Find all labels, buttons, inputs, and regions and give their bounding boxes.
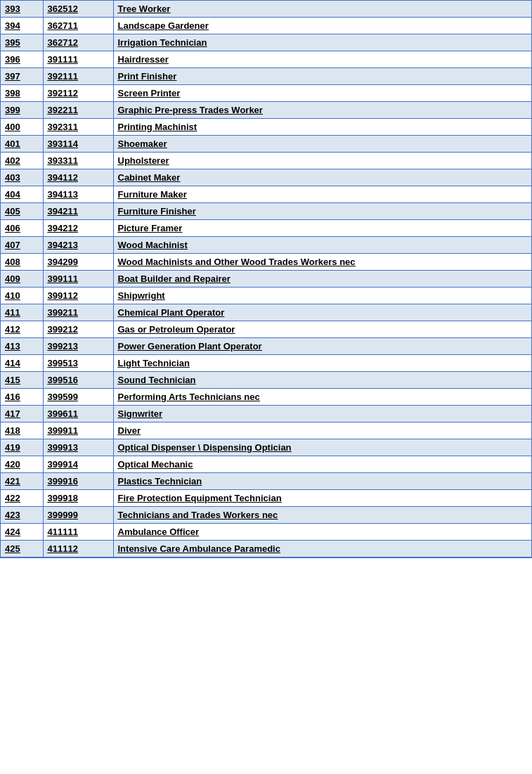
occupation-code[interactable]: 399212 [43,321,113,338]
occupation-title[interactable]: Hairdresser [113,51,531,68]
occupation-code[interactable]: 362712 [43,34,113,51]
row-number[interactable]: 397 [1,68,43,85]
occupation-code[interactable]: 399914 [43,456,113,473]
occupation-code[interactable]: 393311 [43,153,113,169]
occupation-title[interactable]: Tree Worker [113,1,531,18]
row-number[interactable]: 393 [1,1,43,18]
occupation-title[interactable]: Irrigation Technician [113,34,531,51]
row-number[interactable]: 401 [1,136,43,153]
row-number[interactable]: 407 [1,237,43,254]
occupation-title[interactable]: Boat Builder and Repairer [113,271,531,288]
occupation-title[interactable]: Screen Printer [113,85,531,102]
row-number[interactable]: 420 [1,456,43,473]
occupation-code[interactable]: 399213 [43,338,113,355]
occupation-code[interactable]: 399999 [43,507,113,524]
occupation-code[interactable]: 394113 [43,186,113,203]
occupation-title[interactable]: Print Finisher [113,68,531,85]
occupation-title[interactable]: Power Generation Plant Operator [113,338,531,355]
occupation-code[interactable]: 391111 [43,51,113,68]
occupation-title[interactable]: Furniture Maker [113,186,531,203]
occupation-title[interactable]: Plastics Technician [113,473,531,490]
occupation-title[interactable]: Shipwright [113,288,531,304]
occupation-code[interactable]: 362512 [43,1,113,18]
occupation-code[interactable]: 394211 [43,203,113,220]
occupation-title[interactable]: Chemical Plant Operator [113,304,531,321]
occupation-code[interactable]: 392112 [43,85,113,102]
row-number[interactable]: 402 [1,153,43,169]
row-number[interactable]: 404 [1,186,43,203]
occupation-code[interactable]: 392111 [43,68,113,85]
occupation-title[interactable]: Technicians and Trades Workers nec [113,507,531,524]
occupation-code[interactable]: 399599 [43,389,113,406]
row-number[interactable]: 415 [1,372,43,389]
row-number[interactable]: 423 [1,507,43,524]
occupation-code[interactable]: 399916 [43,473,113,490]
occupation-title[interactable]: Optical Dispenser \ Dispensing Optician [113,439,531,456]
table-row: 399392211Graphic Pre-press Trades Worker [1,102,531,119]
occupation-title[interactable]: Signwriter [113,406,531,423]
occupation-code[interactable]: 394112 [43,169,113,186]
occupation-code[interactable]: 399516 [43,372,113,389]
row-number[interactable]: 425 [1,541,43,557]
row-number[interactable]: 418 [1,423,43,439]
occupation-title[interactable]: Fire Protection Equipment Technician [113,490,531,507]
occupation-code[interactable]: 399513 [43,355,113,372]
occupation-code[interactable]: 399112 [43,288,113,304]
row-number[interactable]: 396 [1,51,43,68]
occupation-title[interactable]: Landscape Gardener [113,18,531,34]
occupation-code[interactable]: 392211 [43,102,113,119]
row-number[interactable]: 424 [1,524,43,541]
row-number[interactable]: 398 [1,85,43,102]
occupation-title[interactable]: Shoemaker [113,136,531,153]
occupation-code[interactable]: 394212 [43,220,113,237]
occupation-code[interactable]: 399211 [43,304,113,321]
row-number[interactable]: 411 [1,304,43,321]
occupation-title[interactable]: Wood Machinist [113,237,531,254]
occupation-title[interactable]: Diver [113,423,531,439]
row-number[interactable]: 413 [1,338,43,355]
occupation-code[interactable]: 399918 [43,490,113,507]
occupation-title[interactable]: Upholsterer [113,153,531,169]
occupation-title[interactable]: Furniture Finisher [113,203,531,220]
occupation-code[interactable]: 394213 [43,237,113,254]
occupation-title[interactable]: Optical Mechanic [113,456,531,473]
occupation-title[interactable]: Cabinet Maker [113,169,531,186]
row-number[interactable]: 395 [1,34,43,51]
row-number[interactable]: 408 [1,254,43,271]
occupation-title[interactable]: Wood Machinists and Other Wood Trades Wo… [113,254,531,271]
occupation-code[interactable]: 392311 [43,119,113,136]
occupation-code[interactable]: 399911 [43,423,113,439]
row-number[interactable]: 412 [1,321,43,338]
occupation-title[interactable]: Ambulance Officer [113,524,531,541]
row-number[interactable]: 394 [1,18,43,34]
occupation-title[interactable]: Sound Technician [113,372,531,389]
occupation-code[interactable]: 399611 [43,406,113,423]
occupation-code[interactable]: 393114 [43,136,113,153]
occupation-title[interactable]: Gas or Petroleum Operator [113,321,531,338]
row-number[interactable]: 403 [1,169,43,186]
row-number[interactable]: 400 [1,119,43,136]
occupation-title[interactable]: Performing Arts Technicians nec [113,389,531,406]
row-number[interactable]: 422 [1,490,43,507]
row-number[interactable]: 421 [1,473,43,490]
occupation-title[interactable]: Printing Machinist [113,119,531,136]
row-number[interactable]: 419 [1,439,43,456]
row-number[interactable]: 416 [1,389,43,406]
occupation-title[interactable]: Graphic Pre-press Trades Worker [113,102,531,119]
row-number[interactable]: 406 [1,220,43,237]
row-number[interactable]: 399 [1,102,43,119]
occupation-title[interactable]: Light Technician [113,355,531,372]
row-number[interactable]: 417 [1,406,43,423]
row-number[interactable]: 405 [1,203,43,220]
occupation-code[interactable]: 411112 [43,541,113,557]
occupation-code[interactable]: 362711 [43,18,113,34]
occupation-title[interactable]: Picture Framer [113,220,531,237]
occupation-title[interactable]: Intensive Care Ambulance Paramedic [113,541,531,557]
occupation-code[interactable]: 394299 [43,254,113,271]
occupation-code[interactable]: 399111 [43,271,113,288]
row-number[interactable]: 410 [1,288,43,304]
row-number[interactable]: 409 [1,271,43,288]
occupation-code[interactable]: 411111 [43,524,113,541]
occupation-code[interactable]: 399913 [43,439,113,456]
row-number[interactable]: 414 [1,355,43,372]
